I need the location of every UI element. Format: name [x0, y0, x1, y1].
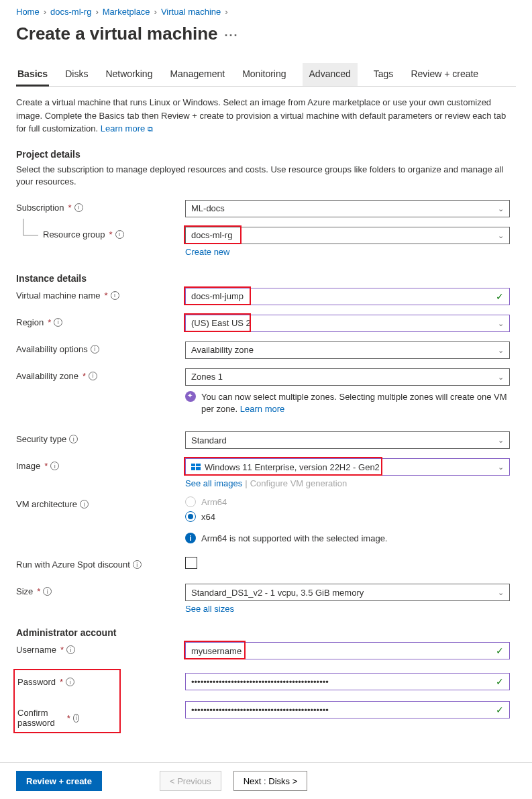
- tab-basics[interactable]: Basics: [16, 63, 49, 87]
- breadcrumb: Home› docs-ml-rg› Marketplace› Virtual m…: [16, 5, 516, 17]
- size-label: Size* i: [16, 584, 185, 596]
- vm-name-label: Virtual machine name* i: [16, 288, 185, 301]
- subscription-select[interactable]: ML-docs⌄: [185, 200, 510, 217]
- configure-gen-link: Configure VM generation: [250, 478, 348, 488]
- chevron-down-icon: ⌄: [498, 345, 504, 354]
- check-icon: ✓: [496, 704, 504, 715]
- tab-monitoring[interactable]: Monitoring: [241, 63, 287, 86]
- subscription-label: Subscription* i: [16, 200, 185, 213]
- chevron-right-icon: ›: [225, 7, 227, 17]
- more-icon[interactable]: ···: [225, 29, 239, 42]
- vm-arch-label: VM architecture i: [16, 496, 185, 509]
- tabs: Basics Disks Networking Management Monit…: [16, 63, 516, 87]
- chevron-down-icon: ⌄: [498, 463, 504, 472]
- chevron-right-icon: ›: [154, 7, 157, 17]
- tab-tags[interactable]: Tags: [372, 63, 395, 86]
- info-icon[interactable]: i: [66, 678, 74, 686]
- info-icon[interactable]: i: [111, 291, 119, 300]
- sparkle-icon: [185, 391, 196, 402]
- region-label: Region* i: [16, 315, 185, 327]
- external-link-icon: ⧉: [148, 125, 153, 133]
- arch-info-msg: iArm64 is not supported with the selecte…: [185, 533, 510, 543]
- info-icon[interactable]: i: [66, 645, 75, 654]
- spot-checkbox[interactable]: [185, 557, 197, 569]
- chevron-down-icon: ⌄: [498, 588, 504, 597]
- chevron-down-icon: ⌄: [498, 372, 504, 381]
- arch-arm64-radio: [185, 496, 196, 507]
- see-all-sizes-link[interactable]: See all sizes: [185, 604, 234, 614]
- info-icon[interactable]: i: [133, 560, 142, 569]
- info-icon[interactable]: i: [69, 435, 78, 443]
- windows-icon: [191, 464, 201, 470]
- breadcrumb-home[interactable]: Home: [16, 7, 40, 17]
- avail-zone-label: Availability zone* i: [16, 368, 185, 381]
- info-icon[interactable]: i: [54, 318, 62, 327]
- arch-x64-radio[interactable]: [185, 511, 196, 522]
- size-select[interactable]: Standard_DS1_v2 - 1 vcpu, 3.5 GiB memory…: [185, 584, 510, 601]
- info-icon[interactable]: i: [80, 500, 89, 509]
- intro-text: Create a virtual machine that runs Linux…: [16, 96, 516, 136]
- instance-details-heading: Instance details: [16, 273, 516, 284]
- confirm-password-input[interactable]: ••••••••••••••••••••••••••••••••••••••••…: [185, 701, 510, 718]
- tab-management[interactable]: Management: [168, 63, 226, 86]
- resource-group-label: Resource group* i: [16, 227, 185, 239]
- chevron-right-icon: ›: [95, 7, 98, 17]
- project-details-heading: Project details: [16, 149, 516, 160]
- check-icon: ✓: [496, 645, 504, 656]
- security-type-label: Security type i: [16, 431, 185, 444]
- password-label: Password* i: [17, 674, 74, 687]
- tab-advanced[interactable]: Advanced: [303, 63, 358, 86]
- tab-disks[interactable]: Disks: [64, 63, 89, 86]
- footer: Review + create < Previous Next : Disks …: [0, 762, 532, 774]
- info-icon[interactable]: i: [91, 345, 99, 354]
- avail-options-select[interactable]: Availability zone⌄: [185, 341, 510, 359]
- info-icon[interactable]: i: [43, 587, 52, 596]
- username-label: Username* i: [16, 642, 185, 655]
- check-icon: ✓: [496, 676, 504, 687]
- admin-account-heading: Administrator account: [16, 627, 516, 638]
- password-input[interactable]: ••••••••••••••••••••••••••••••••••••••••…: [185, 673, 510, 690]
- tab-networking[interactable]: Networking: [104, 63, 154, 86]
- check-icon: ✓: [496, 291, 504, 302]
- zone-info-msg: You can now select multiple zones. Selec…: [185, 391, 510, 415]
- chevron-down-icon: ⌄: [498, 204, 504, 213]
- security-type-select[interactable]: Standard⌄: [185, 431, 510, 449]
- previous-button: < Previous: [160, 771, 221, 774]
- create-new-link[interactable]: Create new: [185, 247, 229, 257]
- vm-name-input[interactable]: docs-ml-jump✓: [185, 288, 510, 305]
- avail-options-label: Availability options i: [16, 341, 185, 354]
- info-icon[interactable]: i: [74, 203, 83, 212]
- page-title: Create a virtual machine···: [16, 23, 516, 44]
- resource-group-select[interactable]: docs-ml-rg⌄: [185, 227, 510, 244]
- project-details-sub: Select the subscription to manage deploy…: [16, 164, 516, 188]
- chevron-right-icon: ›: [44, 7, 46, 17]
- breadcrumb-marketplace[interactable]: Marketplace: [103, 7, 150, 17]
- chevron-down-icon: ⌄: [498, 231, 504, 239]
- image-label: Image* i: [16, 458, 185, 471]
- next-button[interactable]: Next : Disks >: [233, 771, 308, 774]
- info-icon[interactable]: i: [115, 230, 124, 239]
- breadcrumb-vm[interactable]: Virtual machine: [161, 7, 221, 17]
- avail-zone-select[interactable]: Zones 1⌄: [185, 368, 510, 386]
- info-icon[interactable]: i: [50, 462, 59, 470]
- review-create-button[interactable]: Review + create: [16, 771, 102, 774]
- info-icon[interactable]: i: [89, 372, 97, 380]
- spot-label: Run with Azure Spot discount i: [16, 557, 185, 570]
- username-input[interactable]: myusername✓: [185, 642, 510, 659]
- region-select[interactable]: (US) East US 2⌄: [185, 315, 510, 332]
- zone-learn-more-link[interactable]: Learn more: [240, 404, 284, 414]
- chevron-down-icon: ⌄: [498, 319, 504, 327]
- image-select[interactable]: Windows 11 Enterprise, version 22H2 - Ge…: [185, 458, 510, 476]
- see-all-images-link[interactable]: See all images: [185, 478, 242, 488]
- tab-review[interactable]: Review + create: [409, 63, 480, 86]
- confirm-password-label: Confirm password* i: [17, 705, 79, 728]
- info-circle-icon: i: [185, 533, 196, 543]
- chevron-down-icon: ⌄: [498, 436, 504, 445]
- learn-more-link[interactable]: Learn more ⧉: [101, 123, 153, 134]
- info-icon[interactable]: i: [73, 714, 79, 723]
- breadcrumb-rg[interactable]: docs-ml-rg: [50, 7, 91, 17]
